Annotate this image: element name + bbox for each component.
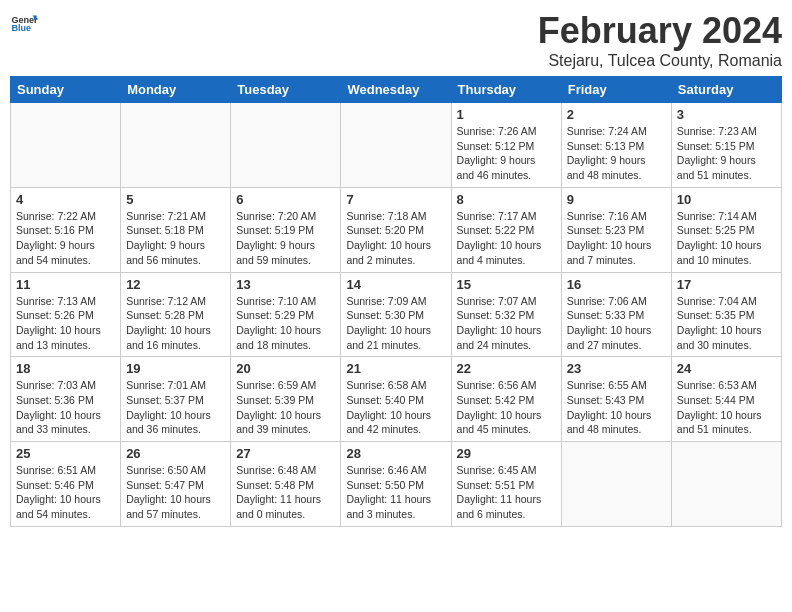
day-info: Sunrise: 7:12 AM Sunset: 5:28 PM Dayligh… (126, 294, 225, 353)
day-info: Sunrise: 7:10 AM Sunset: 5:29 PM Dayligh… (236, 294, 335, 353)
table-row (561, 442, 671, 527)
day-info: Sunrise: 7:04 AM Sunset: 5:35 PM Dayligh… (677, 294, 776, 353)
day-info: Sunrise: 7:06 AM Sunset: 5:33 PM Dayligh… (567, 294, 666, 353)
table-row: 28Sunrise: 6:46 AM Sunset: 5:50 PM Dayli… (341, 442, 451, 527)
svg-text:Blue: Blue (11, 23, 31, 33)
table-row: 14Sunrise: 7:09 AM Sunset: 5:30 PM Dayli… (341, 272, 451, 357)
col-wednesday: Wednesday (341, 77, 451, 103)
day-number: 4 (16, 192, 115, 207)
day-number: 21 (346, 361, 445, 376)
day-info: Sunrise: 6:50 AM Sunset: 5:47 PM Dayligh… (126, 463, 225, 522)
calendar-table: Sunday Monday Tuesday Wednesday Thursday… (10, 76, 782, 527)
day-info: Sunrise: 7:17 AM Sunset: 5:22 PM Dayligh… (457, 209, 556, 268)
day-number: 8 (457, 192, 556, 207)
table-row: 10Sunrise: 7:14 AM Sunset: 5:25 PM Dayli… (671, 187, 781, 272)
page-header: General Blue February 2024 Stejaru, Tulc… (10, 10, 782, 70)
day-info: Sunrise: 7:14 AM Sunset: 5:25 PM Dayligh… (677, 209, 776, 268)
week-row-5: 25Sunrise: 6:51 AM Sunset: 5:46 PM Dayli… (11, 442, 782, 527)
table-row: 7Sunrise: 7:18 AM Sunset: 5:20 PM Daylig… (341, 187, 451, 272)
day-info: Sunrise: 6:56 AM Sunset: 5:42 PM Dayligh… (457, 378, 556, 437)
day-number: 1 (457, 107, 556, 122)
day-info: Sunrise: 6:51 AM Sunset: 5:46 PM Dayligh… (16, 463, 115, 522)
table-row: 27Sunrise: 6:48 AM Sunset: 5:48 PM Dayli… (231, 442, 341, 527)
table-row (11, 103, 121, 188)
day-number: 22 (457, 361, 556, 376)
table-row: 8Sunrise: 7:17 AM Sunset: 5:22 PM Daylig… (451, 187, 561, 272)
location-title: Stejaru, Tulcea County, Romania (538, 52, 782, 70)
table-row: 16Sunrise: 7:06 AM Sunset: 5:33 PM Dayli… (561, 272, 671, 357)
day-info: Sunrise: 7:23 AM Sunset: 5:15 PM Dayligh… (677, 124, 776, 183)
table-row: 13Sunrise: 7:10 AM Sunset: 5:29 PM Dayli… (231, 272, 341, 357)
table-row (671, 442, 781, 527)
table-row: 11Sunrise: 7:13 AM Sunset: 5:26 PM Dayli… (11, 272, 121, 357)
day-number: 23 (567, 361, 666, 376)
table-row: 26Sunrise: 6:50 AM Sunset: 5:47 PM Dayli… (121, 442, 231, 527)
day-number: 25 (16, 446, 115, 461)
col-sunday: Sunday (11, 77, 121, 103)
table-row: 1Sunrise: 7:26 AM Sunset: 5:12 PM Daylig… (451, 103, 561, 188)
logo: General Blue (10, 10, 38, 38)
day-number: 12 (126, 277, 225, 292)
table-row: 19Sunrise: 7:01 AM Sunset: 5:37 PM Dayli… (121, 357, 231, 442)
table-row: 20Sunrise: 6:59 AM Sunset: 5:39 PM Dayli… (231, 357, 341, 442)
table-row (121, 103, 231, 188)
day-number: 17 (677, 277, 776, 292)
table-row: 25Sunrise: 6:51 AM Sunset: 5:46 PM Dayli… (11, 442, 121, 527)
day-number: 13 (236, 277, 335, 292)
day-number: 3 (677, 107, 776, 122)
day-number: 11 (16, 277, 115, 292)
table-row: 29Sunrise: 6:45 AM Sunset: 5:51 PM Dayli… (451, 442, 561, 527)
day-number: 20 (236, 361, 335, 376)
table-row: 4Sunrise: 7:22 AM Sunset: 5:16 PM Daylig… (11, 187, 121, 272)
col-saturday: Saturday (671, 77, 781, 103)
col-tuesday: Tuesday (231, 77, 341, 103)
day-number: 26 (126, 446, 225, 461)
table-row: 17Sunrise: 7:04 AM Sunset: 5:35 PM Dayli… (671, 272, 781, 357)
table-row: 24Sunrise: 6:53 AM Sunset: 5:44 PM Dayli… (671, 357, 781, 442)
table-row: 18Sunrise: 7:03 AM Sunset: 5:36 PM Dayli… (11, 357, 121, 442)
col-thursday: Thursday (451, 77, 561, 103)
table-row (341, 103, 451, 188)
day-info: Sunrise: 7:21 AM Sunset: 5:18 PM Dayligh… (126, 209, 225, 268)
day-info: Sunrise: 7:24 AM Sunset: 5:13 PM Dayligh… (567, 124, 666, 183)
day-info: Sunrise: 7:09 AM Sunset: 5:30 PM Dayligh… (346, 294, 445, 353)
day-number: 7 (346, 192, 445, 207)
day-number: 24 (677, 361, 776, 376)
week-row-3: 11Sunrise: 7:13 AM Sunset: 5:26 PM Dayli… (11, 272, 782, 357)
day-info: Sunrise: 6:48 AM Sunset: 5:48 PM Dayligh… (236, 463, 335, 522)
table-row: 12Sunrise: 7:12 AM Sunset: 5:28 PM Dayli… (121, 272, 231, 357)
day-info: Sunrise: 7:01 AM Sunset: 5:37 PM Dayligh… (126, 378, 225, 437)
day-number: 5 (126, 192, 225, 207)
day-number: 2 (567, 107, 666, 122)
week-row-2: 4Sunrise: 7:22 AM Sunset: 5:16 PM Daylig… (11, 187, 782, 272)
day-number: 9 (567, 192, 666, 207)
table-row: 21Sunrise: 6:58 AM Sunset: 5:40 PM Dayli… (341, 357, 451, 442)
table-row: 23Sunrise: 6:55 AM Sunset: 5:43 PM Dayli… (561, 357, 671, 442)
month-title: February 2024 (538, 10, 782, 52)
day-info: Sunrise: 6:53 AM Sunset: 5:44 PM Dayligh… (677, 378, 776, 437)
day-info: Sunrise: 6:46 AM Sunset: 5:50 PM Dayligh… (346, 463, 445, 522)
day-info: Sunrise: 7:18 AM Sunset: 5:20 PM Dayligh… (346, 209, 445, 268)
table-row: 3Sunrise: 7:23 AM Sunset: 5:15 PM Daylig… (671, 103, 781, 188)
week-row-4: 18Sunrise: 7:03 AM Sunset: 5:36 PM Dayli… (11, 357, 782, 442)
day-info: Sunrise: 7:03 AM Sunset: 5:36 PM Dayligh… (16, 378, 115, 437)
table-row: 2Sunrise: 7:24 AM Sunset: 5:13 PM Daylig… (561, 103, 671, 188)
day-info: Sunrise: 7:13 AM Sunset: 5:26 PM Dayligh… (16, 294, 115, 353)
col-friday: Friday (561, 77, 671, 103)
table-row: 5Sunrise: 7:21 AM Sunset: 5:18 PM Daylig… (121, 187, 231, 272)
day-info: Sunrise: 7:20 AM Sunset: 5:19 PM Dayligh… (236, 209, 335, 268)
day-info: Sunrise: 7:07 AM Sunset: 5:32 PM Dayligh… (457, 294, 556, 353)
title-block: February 2024 Stejaru, Tulcea County, Ro… (538, 10, 782, 70)
day-info: Sunrise: 6:59 AM Sunset: 5:39 PM Dayligh… (236, 378, 335, 437)
logo-icon: General Blue (10, 10, 38, 38)
day-number: 15 (457, 277, 556, 292)
day-info: Sunrise: 6:58 AM Sunset: 5:40 PM Dayligh… (346, 378, 445, 437)
day-number: 27 (236, 446, 335, 461)
day-info: Sunrise: 7:16 AM Sunset: 5:23 PM Dayligh… (567, 209, 666, 268)
day-info: Sunrise: 7:26 AM Sunset: 5:12 PM Dayligh… (457, 124, 556, 183)
day-number: 29 (457, 446, 556, 461)
day-info: Sunrise: 6:45 AM Sunset: 5:51 PM Dayligh… (457, 463, 556, 522)
day-info: Sunrise: 7:22 AM Sunset: 5:16 PM Dayligh… (16, 209, 115, 268)
table-row: 9Sunrise: 7:16 AM Sunset: 5:23 PM Daylig… (561, 187, 671, 272)
day-number: 19 (126, 361, 225, 376)
